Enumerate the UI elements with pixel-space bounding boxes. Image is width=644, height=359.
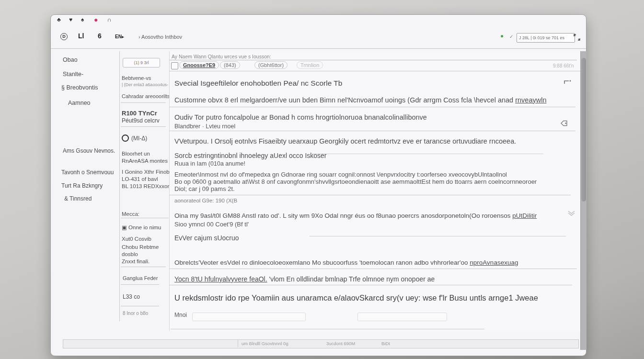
mail-meta: Blandbrer · Lvteu rnoel	[174, 123, 235, 130]
status-storage: um Blndll Gsovtnnnl 0g	[242, 341, 288, 346]
app-menu-icon-2[interactable]: ♥	[69, 16, 72, 23]
toolbar-divider	[169, 71, 580, 71]
envelope-open-icon[interactable]	[567, 209, 575, 216]
sidebar-divider	[119, 51, 120, 321]
folder-item-sub[interactable]: dosblo	[122, 251, 138, 257]
mail-row[interactable]: Customne obvx 8 erl melgardoerr/ve uun b…	[171, 94, 575, 107]
droplet-icon[interactable]: 6	[98, 33, 102, 40]
check-icon: ✓	[509, 34, 513, 39]
list-end-divider	[171, 329, 484, 329]
mail-snippet: Bo op 0600 g aoetmallo at\Wst 8 onf cavo…	[174, 178, 537, 185]
attachment-label: aonorateol G9e: 190 (X(B	[174, 198, 237, 203]
folder-divider	[121, 306, 159, 306]
mail-subject: Oudiv Tor putro foncalpolue ar Bonad h c…	[174, 113, 427, 121]
folder-item-sub[interactable]: Znxxt finali.	[122, 258, 150, 264]
chrome-divider	[51, 48, 586, 49]
scrollbar-track[interactable]	[580, 51, 586, 350]
sidebar-item-timer[interactable]: & Tinnsred	[64, 196, 92, 202]
mail-meta: Sioo ymncl 00 Coet'9 (Bf tl'	[174, 221, 249, 228]
mail-row[interactable]: Emeoter\Inmost nvl do of'mepedxa gn Gdno…	[171, 171, 575, 194]
folder-item-sub[interactable]: BL 1013 REDXxxon	[122, 183, 171, 189]
mail-row[interactable]: VVeturpou. I Orsolj eotnlvs Fisaeibty ue…	[171, 135, 575, 148]
app-menu-icon-1[interactable]: ♣	[57, 16, 61, 23]
mail-snippet: Customne obvx 8 erl melgardoerr/ve uun b…	[174, 96, 546, 104]
snippet-link: rnveaywln	[515, 96, 546, 104]
folder-item-sub[interactable]: Chobu Rebtme	[122, 244, 159, 250]
compose-button[interactable]: (1) 9 3rl	[123, 58, 160, 67]
folder-item[interactable]: Mecca:	[122, 211, 139, 217]
mail-meta: Mnoi	[174, 312, 187, 318]
folder-item-sub[interactable]: RnAreASA montes	[122, 158, 168, 164]
mail-meta: Ruua in Iam (010a anume!	[174, 160, 245, 167]
folder-item[interactable]: Bloorhet un	[122, 151, 150, 157]
book-icon[interactable]: Ll	[78, 33, 84, 40]
row-divider	[169, 195, 571, 195]
folder-divider	[121, 218, 169, 218]
mail-snippet: Diol; car j 09 pams 2t.	[174, 185, 235, 192]
mail-row[interactable]: Svecial Isgeeftilelor enohobotlen Pea/ n…	[171, 76, 575, 91]
reply-icon[interactable]	[564, 79, 571, 86]
mail-subject: U rekdsmlostr ido rpe Yoamiin aus unaram…	[174, 293, 538, 303]
sidebar-item-archive[interactable]: Aamneo	[68, 100, 91, 107]
sidebar-item-category[interactable]: Turt Ra Bzkngry	[61, 183, 103, 189]
pagination-count: 9:88 66t'n	[553, 63, 574, 68]
attachment-row[interactable]: aonorateol G9e: 190 (X(B	[171, 197, 575, 204]
ghost-button	[192, 313, 306, 321]
row-divider	[169, 269, 577, 269]
status-divider	[238, 340, 238, 347]
extension-badge-icon[interactable]: EN▸	[115, 34, 124, 39]
filter-chip-3[interactable]: (Gbht6ttor)	[254, 61, 288, 69]
list-header-divider	[169, 60, 577, 60]
folder-more-link[interactable]: 8 Inor o b8o	[123, 311, 148, 316]
folder-item[interactable]: Xut0 Cosvib	[122, 236, 151, 242]
folder-item[interactable]: Cahradar areooorilts	[122, 93, 170, 99]
folder-item[interactable]: (MI-Δ)	[131, 135, 147, 142]
folder-item[interactable]: Ganglua Feder	[123, 275, 158, 281]
label-icon[interactable]	[560, 119, 568, 127]
folder-item[interactable]: L33 co	[123, 293, 140, 300]
filter-chip-1[interactable]: Gnoosse?E9	[179, 61, 219, 69]
record-dot-icon[interactable]: ●	[94, 16, 98, 23]
sidebar-item-trash[interactable]: Tavonh o Snemvouu	[61, 169, 114, 176]
mail-row[interactable]: U rekdsmlostr ido rpe Yoamiin aus unaram…	[171, 292, 575, 305]
sidebar-item-groups[interactable]: Ams Gsouv Nevnos.	[63, 148, 115, 154]
snippet-text: Oina my 9asl/t0l GM88 Anstl rato od'. L …	[174, 212, 512, 219]
fullscreen-icon[interactable]	[573, 34, 581, 41]
mail-row[interactable]: Yocn 8'tU hfulnyalvyvere feaOl. 'vlom En…	[171, 274, 575, 285]
bookmark-link[interactable]: › Aosovtho Inthbov	[138, 34, 182, 40]
inline-rule	[312, 154, 543, 154]
scrollbar-thumb[interactable]	[581, 58, 586, 202]
filter-chip-4[interactable]: Trnnlion	[297, 61, 323, 69]
browser-window: ♣ ♥ ♠ ● ∩ D Ll 6 EN▸ › Aosovtho Inthbov …	[50, 14, 586, 356]
app-menu-icon-3[interactable]: ♠	[81, 16, 84, 23]
sidebar-item-inbox[interactable]: Obao	[63, 57, 78, 64]
folder-item[interactable]: Bebtvene-vs	[122, 75, 151, 81]
search-input[interactable]	[517, 33, 575, 43]
folder-divider	[121, 284, 159, 285]
select-all-checkbox[interactable]	[171, 62, 178, 69]
folder-item-sub[interactable]: Péut9sd celcrv	[122, 117, 160, 124]
folder-item-sub[interactable]: LO-431 of bavl	[122, 176, 158, 182]
sidebar-item-subscriptions[interactable]: § Breobvontis	[61, 85, 98, 91]
mail-row[interactable]: Oudiv Tor putro foncalpolue ar Bonad h c…	[171, 112, 575, 131]
folder-item[interactable]: ▣ Onne io nimu	[122, 224, 161, 231]
mail-row[interactable]: EvVer cajum sUocruo	[171, 233, 575, 243]
mail-subject: EvVer cajum sUocruo	[174, 234, 239, 242]
mail-snippet: VVeturpou. I Orsolj eotnlvs Fisaeibty ue…	[174, 137, 516, 145]
mail-snippet: Yocn 8'tU hfulnyalvyvere feaOl. 'vlom En…	[174, 275, 435, 283]
folder-item[interactable]: I Gonino Xthr Finob	[122, 169, 170, 175]
mail-row[interactable]: Oina my 9asl/t0l GM88 Anstl rato od'. L …	[171, 210, 575, 230]
status-green-icon: ●	[500, 33, 504, 39]
tab-shape-icon[interactable]: ∩	[107, 16, 112, 23]
mail-row[interactable]: Obrelcts'Veoter esVdel ro dinloecoloeoxe…	[171, 258, 575, 269]
row-divider	[169, 131, 575, 131]
filter-chip-2[interactable]: (843)	[220, 61, 240, 69]
sidebar-item-starred[interactable]: Stanlte-	[63, 71, 83, 78]
mail-subject: Sorcb estringntinobnl ihnoelegy aUexl oc…	[174, 152, 327, 159]
row-divider	[169, 107, 575, 107]
profile-circle-icon[interactable]: D	[60, 33, 68, 40]
ring-icon	[122, 135, 129, 142]
folder-item[interactable]: R100 TYnCr	[122, 110, 157, 117]
inline-rule	[310, 236, 566, 236]
row-divider	[169, 285, 572, 285]
